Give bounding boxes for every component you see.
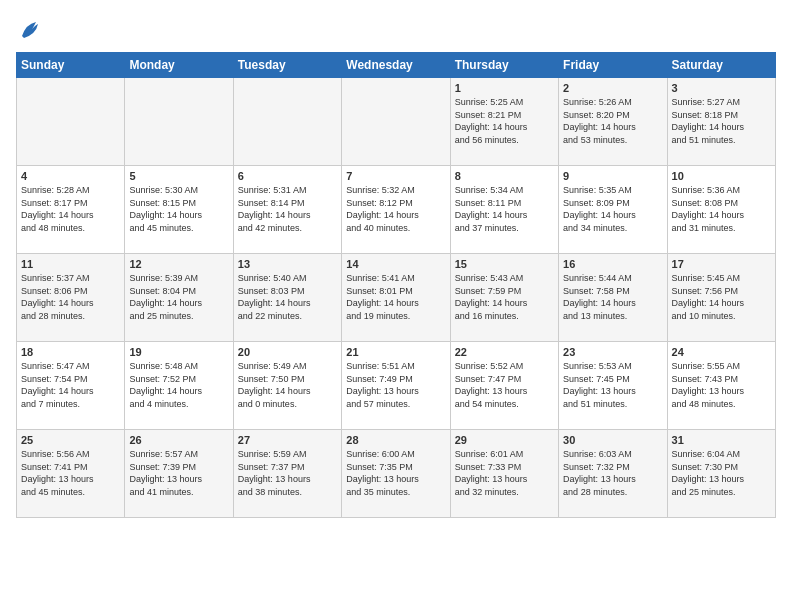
logo-bird-icon bbox=[16, 16, 44, 44]
cell-info: Sunrise: 5:36 AM Sunset: 8:08 PM Dayligh… bbox=[672, 184, 771, 234]
calendar-cell: 30Sunrise: 6:03 AM Sunset: 7:32 PM Dayli… bbox=[559, 430, 667, 518]
day-number: 11 bbox=[21, 258, 120, 270]
cell-info: Sunrise: 5:41 AM Sunset: 8:01 PM Dayligh… bbox=[346, 272, 445, 322]
day-number: 7 bbox=[346, 170, 445, 182]
calendar-cell: 29Sunrise: 6:01 AM Sunset: 7:33 PM Dayli… bbox=[450, 430, 558, 518]
day-number: 25 bbox=[21, 434, 120, 446]
calendar-cell: 27Sunrise: 5:59 AM Sunset: 7:37 PM Dayli… bbox=[233, 430, 341, 518]
cell-info: Sunrise: 5:51 AM Sunset: 7:49 PM Dayligh… bbox=[346, 360, 445, 410]
cell-info: Sunrise: 5:56 AM Sunset: 7:41 PM Dayligh… bbox=[21, 448, 120, 498]
calendar-cell bbox=[17, 78, 125, 166]
page-header bbox=[16, 16, 776, 44]
calendar-cell: 11Sunrise: 5:37 AM Sunset: 8:06 PM Dayli… bbox=[17, 254, 125, 342]
week-row-1: 1Sunrise: 5:25 AM Sunset: 8:21 PM Daylig… bbox=[17, 78, 776, 166]
calendar-cell: 21Sunrise: 5:51 AM Sunset: 7:49 PM Dayli… bbox=[342, 342, 450, 430]
day-number: 12 bbox=[129, 258, 228, 270]
cell-info: Sunrise: 5:39 AM Sunset: 8:04 PM Dayligh… bbox=[129, 272, 228, 322]
cell-info: Sunrise: 5:37 AM Sunset: 8:06 PM Dayligh… bbox=[21, 272, 120, 322]
cell-info: Sunrise: 5:59 AM Sunset: 7:37 PM Dayligh… bbox=[238, 448, 337, 498]
cell-info: Sunrise: 5:28 AM Sunset: 8:17 PM Dayligh… bbox=[21, 184, 120, 234]
calendar-table: SundayMondayTuesdayWednesdayThursdayFrid… bbox=[16, 52, 776, 518]
calendar-cell: 26Sunrise: 5:57 AM Sunset: 7:39 PM Dayli… bbox=[125, 430, 233, 518]
day-number: 28 bbox=[346, 434, 445, 446]
cell-info: Sunrise: 5:40 AM Sunset: 8:03 PM Dayligh… bbox=[238, 272, 337, 322]
calendar-cell: 28Sunrise: 6:00 AM Sunset: 7:35 PM Dayli… bbox=[342, 430, 450, 518]
day-number: 16 bbox=[563, 258, 662, 270]
cell-info: Sunrise: 5:34 AM Sunset: 8:11 PM Dayligh… bbox=[455, 184, 554, 234]
calendar-cell: 4Sunrise: 5:28 AM Sunset: 8:17 PM Daylig… bbox=[17, 166, 125, 254]
calendar-cell bbox=[342, 78, 450, 166]
header-cell-monday: Monday bbox=[125, 53, 233, 78]
day-number: 1 bbox=[455, 82, 554, 94]
week-row-3: 11Sunrise: 5:37 AM Sunset: 8:06 PM Dayli… bbox=[17, 254, 776, 342]
calendar-cell: 12Sunrise: 5:39 AM Sunset: 8:04 PM Dayli… bbox=[125, 254, 233, 342]
calendar-cell: 8Sunrise: 5:34 AM Sunset: 8:11 PM Daylig… bbox=[450, 166, 558, 254]
cell-info: Sunrise: 5:48 AM Sunset: 7:52 PM Dayligh… bbox=[129, 360, 228, 410]
cell-info: Sunrise: 5:27 AM Sunset: 8:18 PM Dayligh… bbox=[672, 96, 771, 146]
cell-info: Sunrise: 5:31 AM Sunset: 8:14 PM Dayligh… bbox=[238, 184, 337, 234]
calendar-cell: 23Sunrise: 5:53 AM Sunset: 7:45 PM Dayli… bbox=[559, 342, 667, 430]
calendar-cell: 9Sunrise: 5:35 AM Sunset: 8:09 PM Daylig… bbox=[559, 166, 667, 254]
day-number: 20 bbox=[238, 346, 337, 358]
cell-info: Sunrise: 5:44 AM Sunset: 7:58 PM Dayligh… bbox=[563, 272, 662, 322]
calendar-cell: 5Sunrise: 5:30 AM Sunset: 8:15 PM Daylig… bbox=[125, 166, 233, 254]
cell-info: Sunrise: 5:53 AM Sunset: 7:45 PM Dayligh… bbox=[563, 360, 662, 410]
day-number: 23 bbox=[563, 346, 662, 358]
calendar-cell: 2Sunrise: 5:26 AM Sunset: 8:20 PM Daylig… bbox=[559, 78, 667, 166]
calendar-cell: 24Sunrise: 5:55 AM Sunset: 7:43 PM Dayli… bbox=[667, 342, 775, 430]
calendar-cell: 17Sunrise: 5:45 AM Sunset: 7:56 PM Dayli… bbox=[667, 254, 775, 342]
day-number: 3 bbox=[672, 82, 771, 94]
cell-info: Sunrise: 5:35 AM Sunset: 8:09 PM Dayligh… bbox=[563, 184, 662, 234]
day-number: 27 bbox=[238, 434, 337, 446]
calendar-cell: 16Sunrise: 5:44 AM Sunset: 7:58 PM Dayli… bbox=[559, 254, 667, 342]
calendar-cell: 31Sunrise: 6:04 AM Sunset: 7:30 PM Dayli… bbox=[667, 430, 775, 518]
cell-info: Sunrise: 5:32 AM Sunset: 8:12 PM Dayligh… bbox=[346, 184, 445, 234]
calendar-cell: 10Sunrise: 5:36 AM Sunset: 8:08 PM Dayli… bbox=[667, 166, 775, 254]
calendar-cell: 13Sunrise: 5:40 AM Sunset: 8:03 PM Dayli… bbox=[233, 254, 341, 342]
calendar-cell: 25Sunrise: 5:56 AM Sunset: 7:41 PM Dayli… bbox=[17, 430, 125, 518]
day-number: 9 bbox=[563, 170, 662, 182]
header-cell-wednesday: Wednesday bbox=[342, 53, 450, 78]
day-number: 4 bbox=[21, 170, 120, 182]
calendar-cell bbox=[125, 78, 233, 166]
day-number: 14 bbox=[346, 258, 445, 270]
day-number: 21 bbox=[346, 346, 445, 358]
calendar-cell: 18Sunrise: 5:47 AM Sunset: 7:54 PM Dayli… bbox=[17, 342, 125, 430]
cell-info: Sunrise: 5:49 AM Sunset: 7:50 PM Dayligh… bbox=[238, 360, 337, 410]
calendar-cell: 6Sunrise: 5:31 AM Sunset: 8:14 PM Daylig… bbox=[233, 166, 341, 254]
calendar-cell: 7Sunrise: 5:32 AM Sunset: 8:12 PM Daylig… bbox=[342, 166, 450, 254]
cell-info: Sunrise: 5:43 AM Sunset: 7:59 PM Dayligh… bbox=[455, 272, 554, 322]
cell-info: Sunrise: 6:04 AM Sunset: 7:30 PM Dayligh… bbox=[672, 448, 771, 498]
header-row: SundayMondayTuesdayWednesdayThursdayFrid… bbox=[17, 53, 776, 78]
cell-info: Sunrise: 5:47 AM Sunset: 7:54 PM Dayligh… bbox=[21, 360, 120, 410]
day-number: 31 bbox=[672, 434, 771, 446]
day-number: 30 bbox=[563, 434, 662, 446]
day-number: 18 bbox=[21, 346, 120, 358]
cell-info: Sunrise: 6:00 AM Sunset: 7:35 PM Dayligh… bbox=[346, 448, 445, 498]
calendar-cell: 1Sunrise: 5:25 AM Sunset: 8:21 PM Daylig… bbox=[450, 78, 558, 166]
week-row-4: 18Sunrise: 5:47 AM Sunset: 7:54 PM Dayli… bbox=[17, 342, 776, 430]
logo bbox=[16, 16, 48, 44]
day-number: 19 bbox=[129, 346, 228, 358]
calendar-cell: 3Sunrise: 5:27 AM Sunset: 8:18 PM Daylig… bbox=[667, 78, 775, 166]
day-number: 10 bbox=[672, 170, 771, 182]
header-cell-tuesday: Tuesday bbox=[233, 53, 341, 78]
day-number: 29 bbox=[455, 434, 554, 446]
cell-info: Sunrise: 5:57 AM Sunset: 7:39 PM Dayligh… bbox=[129, 448, 228, 498]
calendar-cell: 20Sunrise: 5:49 AM Sunset: 7:50 PM Dayli… bbox=[233, 342, 341, 430]
day-number: 15 bbox=[455, 258, 554, 270]
week-row-5: 25Sunrise: 5:56 AM Sunset: 7:41 PM Dayli… bbox=[17, 430, 776, 518]
day-number: 8 bbox=[455, 170, 554, 182]
cell-info: Sunrise: 6:03 AM Sunset: 7:32 PM Dayligh… bbox=[563, 448, 662, 498]
cell-info: Sunrise: 5:45 AM Sunset: 7:56 PM Dayligh… bbox=[672, 272, 771, 322]
day-number: 13 bbox=[238, 258, 337, 270]
cell-info: Sunrise: 5:52 AM Sunset: 7:47 PM Dayligh… bbox=[455, 360, 554, 410]
calendar-cell: 14Sunrise: 5:41 AM Sunset: 8:01 PM Dayli… bbox=[342, 254, 450, 342]
calendar-cell: 19Sunrise: 5:48 AM Sunset: 7:52 PM Dayli… bbox=[125, 342, 233, 430]
day-number: 24 bbox=[672, 346, 771, 358]
header-cell-thursday: Thursday bbox=[450, 53, 558, 78]
cell-info: Sunrise: 6:01 AM Sunset: 7:33 PM Dayligh… bbox=[455, 448, 554, 498]
day-number: 26 bbox=[129, 434, 228, 446]
day-number: 22 bbox=[455, 346, 554, 358]
cell-info: Sunrise: 5:30 AM Sunset: 8:15 PM Dayligh… bbox=[129, 184, 228, 234]
